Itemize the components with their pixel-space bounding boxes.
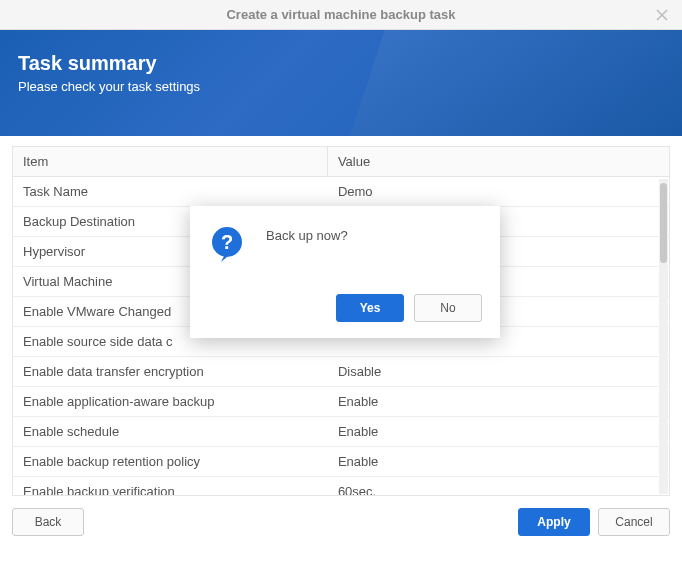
- cell-item: Enable application-aware backup: [13, 388, 328, 415]
- footer-buttons: Back Apply Cancel: [0, 496, 682, 548]
- cell-value: Enable: [328, 388, 669, 415]
- table-row: Enable application-aware backupEnable: [13, 387, 669, 417]
- cell-item: Enable backup retention policy: [13, 448, 328, 475]
- apply-button[interactable]: Apply: [518, 508, 590, 536]
- table-header: Item Value: [13, 147, 669, 177]
- window-title: Create a virtual machine backup task: [226, 7, 455, 22]
- no-button[interactable]: No: [414, 294, 482, 322]
- hero-title: Task summary: [18, 52, 664, 75]
- hero-subtitle: Please check your task settings: [18, 79, 664, 94]
- cell-value: Enable: [328, 448, 669, 475]
- cancel-button[interactable]: Cancel: [598, 508, 670, 536]
- table-row: Enable data transfer encryptionDisable: [13, 357, 669, 387]
- dialog-body: ? Back up now?: [208, 224, 482, 266]
- scrollbar-thumb[interactable]: [660, 183, 667, 263]
- cell-item: Enable schedule: [13, 418, 328, 445]
- window-header: Create a virtual machine backup task: [0, 0, 682, 30]
- table-row: Task NameDemo: [13, 177, 669, 207]
- confirm-dialog: ? Back up now? Yes No: [190, 206, 500, 338]
- yes-button[interactable]: Yes: [336, 294, 404, 322]
- table-row: Enable scheduleEnable: [13, 417, 669, 447]
- col-header-item: Item: [13, 147, 328, 176]
- cell-value: Enable: [328, 418, 669, 445]
- cell-item: Enable backup verification: [13, 478, 328, 495]
- col-header-value: Value: [328, 154, 669, 169]
- back-button[interactable]: Back: [12, 508, 84, 536]
- svg-text:?: ?: [221, 231, 233, 253]
- scrollbar-track[interactable]: [659, 179, 668, 494]
- hero-banner: Task summary Please check your task sett…: [0, 30, 682, 136]
- close-icon[interactable]: [654, 7, 670, 23]
- cell-value: 60sec.: [328, 478, 669, 495]
- question-icon: ?: [208, 224, 250, 266]
- cell-item: Task Name: [13, 178, 328, 205]
- dialog-buttons: Yes No: [208, 294, 482, 322]
- spacer: [92, 508, 510, 536]
- table-row: Enable backup retention policyEnable: [13, 447, 669, 477]
- cell-value: Demo: [328, 178, 669, 205]
- cell-item: Enable data transfer encryption: [13, 358, 328, 385]
- cell-value: Disable: [328, 358, 669, 385]
- table-row: Enable backup verification60sec.: [13, 477, 669, 495]
- dialog-message: Back up now?: [266, 224, 348, 243]
